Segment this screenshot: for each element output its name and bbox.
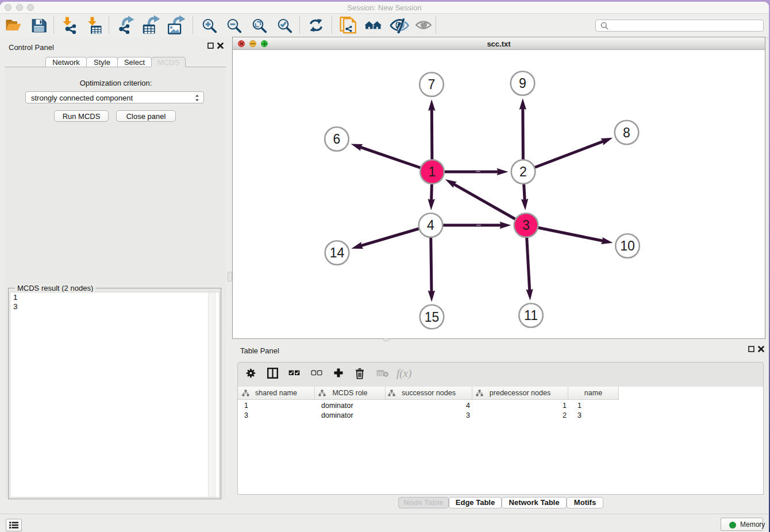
svg-text:9: 9 [519, 76, 526, 91]
svg-text:14: 14 [330, 245, 345, 260]
svg-text:10: 10 [620, 238, 635, 253]
svg-text:7: 7 [428, 77, 436, 92]
svg-text:8: 8 [623, 125, 630, 140]
svg-text:3: 3 [522, 218, 530, 233]
svg-text:2: 2 [519, 164, 527, 179]
svg-text:4: 4 [427, 218, 434, 233]
svg-text:1: 1 [429, 164, 436, 179]
svg-text:11: 11 [524, 308, 538, 323]
svg-text:15: 15 [425, 310, 440, 325]
svg-text:6: 6 [333, 132, 341, 147]
